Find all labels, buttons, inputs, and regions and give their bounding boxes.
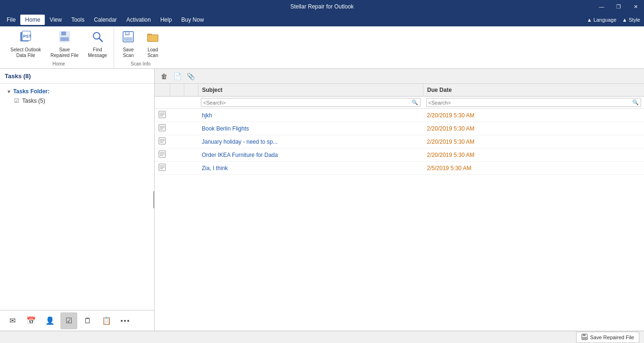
calendar-nav-icon: 📅 — [26, 316, 36, 325]
ribbon-home-group-label: Home — [52, 61, 65, 66]
menu-tools[interactable]: Tools — [66, 15, 89, 25]
task-row-doc — [170, 109, 184, 122]
menu-buynow[interactable]: Buy Now — [177, 15, 209, 25]
more-nav-icon: ••• — [121, 317, 131, 325]
menu-file[interactable]: File — [2, 15, 20, 25]
ribbon: PST Select OutlookData File SaveRepaired… — [0, 26, 644, 69]
svg-rect-12 — [148, 35, 158, 41]
nav-more-button[interactable]: ••• — [117, 312, 134, 329]
task-row-subject: Book Berlin Flights — [198, 122, 423, 135]
subject-search-cell: 🔍 — [198, 97, 423, 109]
svg-rect-11 — [126, 32, 129, 34]
main-area: Tasks (8) ▼ Tasks Folder: ☑ Tasks (5) ◀ … — [0, 69, 644, 331]
sidebar-collapse-btn[interactable]: ◀ — [153, 191, 155, 208]
load-scan-button[interactable]: LoadScan — [141, 28, 164, 60]
folder-arrow-icon: ▼ — [7, 89, 11, 94]
task-row-doc — [170, 135, 184, 148]
nav-tasks-button[interactable]: ☑ — [60, 312, 77, 329]
maximize-button[interactable]: ❐ — [610, 0, 627, 13]
save-repaired-ribbon-button[interactable]: SaveRepaired File — [47, 28, 82, 60]
language-option[interactable]: ▲ Language — [587, 17, 617, 23]
menu-calendar[interactable]: Calendar — [89, 15, 122, 25]
svg-rect-5 — [60, 37, 69, 41]
ribbon-scan-group-label: Scan Info — [131, 61, 150, 66]
save-scan-button[interactable]: SaveScan — [117, 28, 140, 60]
tasks-folder-header[interactable]: ▼ Tasks Folder: — [5, 87, 149, 96]
tasks-folder-label: Tasks Folder: — [13, 88, 50, 95]
attachment-icon: 📎 — [187, 73, 195, 80]
select-outlook-button[interactable]: PST Select OutlookData File — [7, 28, 45, 60]
minimize-button[interactable]: — — [593, 0, 610, 13]
task-row-subject: hjkh — [198, 109, 423, 122]
task-row-icon — [155, 122, 170, 135]
col-header-att[interactable] — [184, 84, 198, 97]
nav-mail-button[interactable]: ✉ — [4, 312, 21, 329]
nav-notes-button[interactable]: 🗒 — [79, 312, 96, 329]
save-repaired-status-icon — [581, 334, 588, 341]
load-scan-label: LoadScan — [148, 47, 158, 58]
save-repaired-status-label: Save Repaired File — [590, 335, 634, 340]
svg-rect-10 — [124, 37, 132, 41]
notes-nav-icon: 🗒 — [84, 317, 91, 325]
app-title: Stellar Repair for Outlook — [290, 3, 354, 10]
due-date-search-cell: 🔍 — [423, 97, 644, 109]
contacts-nav-icon: 👤 — [45, 316, 55, 325]
search-icon-col — [155, 97, 170, 109]
bottom-nav: ✉ 📅 👤 ☑ 🗒 📋 ••• — [0, 310, 154, 331]
find-message-label: FindMessage — [88, 47, 107, 58]
doc-toolbar-button[interactable]: 📄 — [172, 71, 183, 82]
task-row-icon — [155, 135, 170, 148]
menu-help[interactable]: Help — [156, 15, 177, 25]
save-repaired-status-button[interactable]: Save Repaired File — [576, 332, 639, 343]
table-row[interactable]: Zia, I think 2/5/2019 5:30 AM — [155, 162, 644, 175]
delete-toolbar-button[interactable]: 🗑 — [158, 71, 170, 82]
save-scan-icon — [122, 30, 135, 46]
nav-journal-button[interactable]: 📋 — [98, 312, 115, 329]
sidebar-content: ▼ Tasks Folder: ☑ Tasks (5) — [0, 84, 154, 310]
subject-search-icon: 🔍 — [412, 99, 418, 106]
col-header-due-date[interactable]: Due Date — [423, 84, 644, 97]
task-item-icon: ☑ — [14, 98, 19, 104]
nav-calendar-button[interactable]: 📅 — [23, 312, 40, 329]
task-row-att — [184, 135, 198, 148]
ribbon-scan-group: SaveScan LoadScan Scan Info — [114, 28, 167, 68]
table-row[interactable]: hjkh 2/20/2019 5:30 AM — [155, 109, 644, 122]
task-row-att — [184, 109, 198, 122]
table-row[interactable]: Book Berlin Flights 2/20/2019 5:30 AM — [155, 122, 644, 135]
save-repaired-icon — [58, 30, 71, 46]
task-row-att — [184, 162, 198, 175]
journal-nav-icon: 📋 — [102, 316, 111, 325]
status-bar: Save Repaired File — [0, 331, 644, 343]
svg-rect-4 — [61, 32, 66, 35]
menu-home[interactable]: Home — [20, 15, 45, 25]
col-header-icon[interactable] — [155, 84, 170, 97]
due-date-search-input[interactable] — [429, 100, 632, 106]
tasks-folder-section: ▼ Tasks Folder: ☑ Tasks (5) — [0, 84, 154, 108]
search-att-col — [184, 97, 198, 109]
delete-icon: 🗑 — [161, 73, 167, 80]
col-header-subject[interactable]: Subject — [198, 84, 423, 97]
tasks-5-item[interactable]: ☑ Tasks (5) — [5, 96, 149, 106]
menu-view[interactable]: View — [45, 15, 66, 25]
subject-search-input[interactable] — [203, 100, 412, 106]
task-row-subject: January holiday - need to sp... — [198, 135, 423, 148]
col-header-doc[interactable] — [170, 84, 184, 97]
close-button[interactable]: ✕ — [627, 0, 644, 13]
due-date-search-icon: 🔍 — [632, 99, 639, 106]
task-row-doc — [170, 162, 184, 175]
title-bar: Stellar Repair for Outlook — ❐ ✕ — [0, 0, 644, 13]
task-row-att — [184, 122, 198, 135]
search-doc-col — [170, 97, 184, 109]
table-body: 🔍 🔍 — [155, 97, 644, 175]
task-row-icon — [155, 162, 170, 175]
attach-toolbar-button[interactable]: 📎 — [185, 71, 196, 82]
nav-contacts-button[interactable]: 👤 — [41, 312, 58, 329]
task-row-icon — [155, 109, 170, 122]
table-row[interactable]: Order IKEA Furniture for Dada 2/20/2019 … — [155, 148, 644, 162]
menu-activation[interactable]: Activation — [122, 15, 156, 25]
save-repaired-ribbon-label: SaveRepaired File — [50, 47, 78, 58]
table-row[interactable]: January holiday - need to sp... 2/20/201… — [155, 135, 644, 148]
style-option[interactable]: ▲ Style — [622, 17, 640, 23]
subject-search-wrap: 🔍 — [201, 98, 421, 107]
find-message-button[interactable]: FindMessage — [84, 28, 111, 60]
